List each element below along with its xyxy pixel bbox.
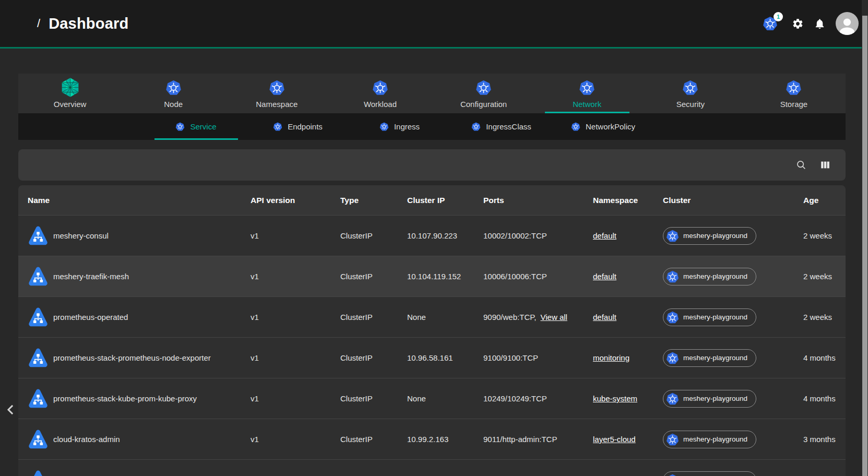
search-button[interactable] [795, 159, 807, 171]
service-icon [28, 306, 49, 328]
table-row[interactable]: prometheus-stack-prometheus-node-exporte… [18, 337, 846, 378]
namespace-link[interactable]: default [593, 272, 616, 281]
selected-subtab-indicator [154, 138, 238, 140]
subtab-networkpolicy[interactable]: NetworkPolicy [552, 113, 654, 140]
table-row[interactable]: meshery meshery-playground [18, 459, 846, 476]
age-cell: 2 weeks [803, 231, 846, 240]
kubernetes-icon [786, 79, 802, 97]
namespace-link[interactable]: monitoring [593, 353, 629, 362]
namespace-link[interactable]: kube-system [593, 394, 637, 403]
kubernetes-icon [269, 79, 285, 97]
notifications-button[interactable] [814, 18, 826, 30]
kubernetes-icon [666, 311, 679, 324]
table-row[interactable]: meshery-consul v1 ClusterIP 10.107.90.22… [18, 215, 846, 256]
type-cell: ClusterIP [340, 313, 407, 322]
age-cell: 2 weeks [803, 313, 846, 322]
column-header-name[interactable]: Name [18, 196, 251, 205]
search-icon [795, 159, 807, 171]
cluster-chip[interactable]: meshery-playground [663, 431, 756, 448]
namespace-link[interactable]: default [593, 313, 616, 322]
service-name: prometheus-stack-kube-prom-kube-proxy [53, 394, 197, 403]
service-icon [28, 429, 49, 450]
tab-node[interactable]: Node [122, 74, 225, 113]
age-cell: 4 months [803, 353, 846, 362]
column-header-age[interactable]: Age [803, 196, 846, 205]
kubernetes-icon [579, 79, 595, 97]
api-version-cell: v1 [251, 394, 340, 403]
subtab-service[interactable]: Service [145, 113, 247, 140]
service-icon [28, 347, 49, 369]
view-all-link[interactable]: View all [540, 313, 567, 322]
kubernetes-icon [666, 229, 679, 243]
scrollbar-thumb[interactable] [862, 16, 867, 476]
tab-namespace[interactable]: Namespace [225, 74, 328, 113]
tab-configuration[interactable]: Configuration [432, 74, 536, 113]
tab-workload[interactable]: Workload [328, 74, 432, 113]
api-version-cell: v1 [251, 272, 340, 281]
cluster-ip-cell: 10.99.2.163 [407, 435, 483, 444]
table-row[interactable]: prometheus-stack-kube-prom-kube-proxy v1… [18, 378, 846, 419]
ports-cell: 9011/http-admin:TCP [483, 435, 593, 444]
type-cell: ClusterIP [340, 231, 407, 240]
column-header-type[interactable]: Type [340, 196, 407, 205]
drawer-collapse-button[interactable] [3, 402, 19, 418]
view-columns-icon [819, 159, 831, 171]
service-name: meshery-consul [53, 231, 109, 240]
cluster-ip-cell: 10.96.58.161 [407, 353, 483, 362]
type-cell: ClusterIP [340, 272, 407, 281]
type-cell: ClusterIP [340, 394, 407, 403]
user-avatar[interactable] [836, 12, 859, 35]
ports-cell: 10249/10249:TCP [483, 394, 593, 403]
service-name: prometheus-operated [53, 313, 128, 322]
cluster-chip[interactable]: meshery-playground [663, 390, 756, 408]
page-title: Dashboard [49, 15, 128, 32]
subtab-ingress[interactable]: Ingress [349, 113, 450, 140]
chevron-left-icon [3, 402, 19, 418]
tab-overview[interactable]: Overview [18, 74, 122, 113]
table-row[interactable]: meshery-traefik-mesh v1 ClusterIP 10.104… [18, 256, 846, 296]
ports-cell: 10006/10006:TCP [483, 272, 593, 281]
table-row[interactable]: cloud-kratos-admin v1 ClusterIP 10.99.2.… [18, 419, 846, 459]
kubernetes-icon [666, 392, 679, 406]
table-toolbar [18, 149, 846, 181]
cluster-chip[interactable]: meshery-playground [663, 308, 756, 326]
cluster-chip[interactable]: meshery-playground [663, 268, 756, 285]
namespace-link[interactable]: default [593, 231, 616, 240]
cluster-chip[interactable]: meshery-playground [663, 471, 756, 476]
kubernetes-icon [379, 122, 389, 132]
api-version-cell: v1 [251, 353, 340, 362]
kubernetes-icon [372, 79, 388, 97]
page-scrollbar [862, 0, 868, 476]
kubernetes-icon [475, 79, 492, 97]
column-header-cluster[interactable]: Cluster [663, 196, 803, 205]
resource-tabs: Overview Node Namespace Workload Configu… [18, 74, 846, 113]
table-row[interactable]: prometheus-operated v1 ClusterIP None 90… [18, 296, 846, 337]
service-name: meshery-traefik-mesh [53, 272, 129, 281]
cluster-ip-cell: None [407, 313, 483, 322]
breadcrumb-separator: / [37, 17, 40, 30]
cluster-chip[interactable]: meshery-playground [663, 227, 756, 245]
tab-security[interactable]: Security [639, 74, 742, 113]
column-header-cluster-ip[interactable]: Cluster IP [407, 196, 483, 205]
cluster-chip[interactable]: meshery-playground [663, 349, 756, 367]
view-columns-button[interactable] [819, 159, 831, 171]
kubernetes-context-button[interactable]: 1 [763, 16, 778, 31]
tab-storage[interactable]: Storage [742, 74, 846, 113]
column-header-ports[interactable]: Ports [483, 196, 593, 205]
age-cell: 4 months [803, 394, 846, 403]
kubernetes-icon [175, 122, 185, 132]
cluster-ip-cell: 10.107.90.223 [407, 231, 483, 240]
tab-network[interactable]: Network [536, 74, 639, 113]
subtab-endpoints[interactable]: Endpoints [247, 113, 349, 140]
column-header-api-version[interactable]: API version [251, 196, 340, 205]
column-header-namespace[interactable]: Namespace [593, 196, 663, 205]
kubernetes-icon [165, 79, 182, 97]
settings-button[interactable] [792, 18, 804, 30]
ports-cell: 9100/9100:TCP [483, 353, 593, 362]
namespace-link[interactable]: layer5-cloud [593, 435, 636, 444]
kubernetes-icon [682, 79, 698, 97]
bell-icon [814, 18, 826, 30]
subtab-ingressclass[interactable]: IngressClass [450, 113, 552, 140]
cluster-ip-cell: None [407, 394, 483, 403]
app-header: / Dashboard 1 [0, 0, 868, 47]
